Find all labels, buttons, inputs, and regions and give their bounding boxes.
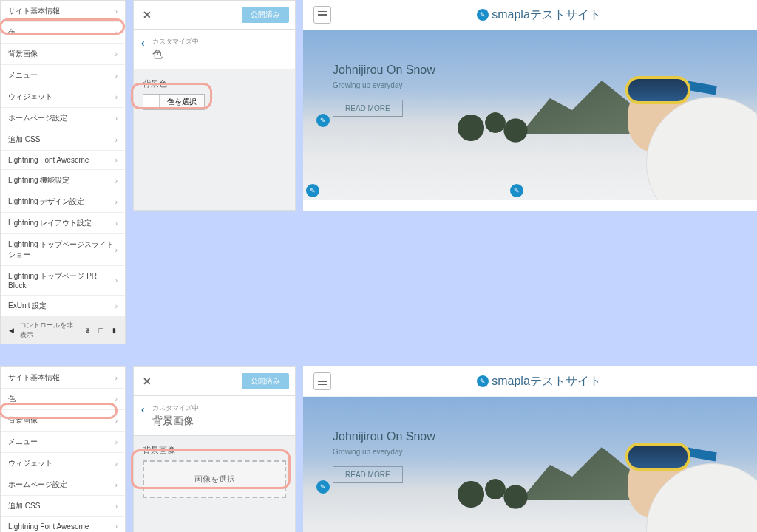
sidebar-item-design[interactable]: Lightning デザイン設定› [1, 191, 125, 213]
publish-button[interactable]: 公開済み [242, 373, 289, 389]
sidebar-item-exunit[interactable]: ExUnit 設定› [1, 296, 125, 317]
hero-title: Johnijirou On Snow [333, 64, 435, 77]
chevron-right-icon: › [115, 460, 118, 468]
site-preview: ✎ smaplaテストサイト Johnijirou On Snow Growin… [303, 366, 757, 532]
desktop-icon[interactable]: 🖥 [83, 324, 93, 336]
select-image-button[interactable]: 画像を選択 [143, 460, 286, 498]
chevron-right-icon: › [115, 50, 118, 58]
screenshot-bg-image: サイト基本情報› 色› 背景画像› メニュー› ウィジェット› ホームページ設定… [0, 366, 757, 532]
sidebar-item-color[interactable]: 色› [1, 389, 125, 410]
chevron-right-icon: › [115, 93, 118, 101]
chevron-right-icon: › [115, 481, 118, 489]
close-icon[interactable]: ✕ [140, 375, 155, 387]
sidebar-item-menu[interactable]: メニュー› [1, 432, 125, 453]
sidebar-item-menu[interactable]: メニュー› [1, 65, 125, 86]
hero-subtitle: Growing up everyday [333, 81, 435, 89]
chevron-right-icon: › [115, 395, 118, 403]
site-title: ✎ smaplaテストサイト [477, 374, 601, 389]
panel-title: 背景画像 [152, 415, 199, 428]
chevron-right-icon: › [115, 522, 118, 531]
chevron-right-icon: › [115, 156, 118, 164]
chevron-right-icon: › [115, 115, 118, 123]
bg-color-label: 背景色 [143, 78, 286, 89]
back-icon[interactable]: ‹ [141, 403, 145, 415]
pencil-icon[interactable]: ✎ [306, 184, 319, 197]
chevron-right-icon: › [115, 438, 118, 446]
chevron-right-icon: › [115, 7, 118, 16]
chevron-right-icon: › [115, 246, 118, 254]
site-title: ✎ smaplaテストサイト [477, 7, 601, 23]
site-preview: ✎ smaplaテストサイト Johnijirou On Snow Growin… [303, 0, 757, 211]
sidebar-item-fa[interactable]: Lightning Font Awesome› [1, 517, 125, 532]
pencil-icon[interactable]: ✎ [477, 375, 489, 387]
chevron-right-icon: › [115, 72, 118, 80]
chevron-right-icon: › [115, 198, 118, 206]
sidebar-item-site-info[interactable]: サイト基本情報› [1, 1, 125, 22]
hero-title: Johnijirou On Snow [333, 430, 435, 443]
sidebar: サイト基本情報› 色› 背景画像› メニュー› ウィジェット› ホームページ設定… [0, 0, 126, 344]
sidebar-item-site-info[interactable]: サイト基本情報› [1, 367, 125, 389]
sidebar-item-css[interactable]: 追加 CSS› [1, 496, 125, 517]
pencil-icon[interactable]: ✎ [477, 9, 489, 21]
close-icon[interactable]: ✕ [140, 9, 155, 21]
sidebar-item-fa[interactable]: Lightning Font Awesome› [1, 151, 125, 170]
chevron-right-icon: › [115, 276, 118, 284]
sidebar: サイト基本情報› 色› 背景画像› メニュー› ウィジェット› ホームページ設定… [0, 366, 126, 532]
sidebar-item-slideshow[interactable]: Lightning トップページスライドショー› [1, 234, 125, 266]
customizer-panel-color: ✕ 公開済み ‹ カスタマイズ中 色 背景色 色を選択 [133, 0, 296, 211]
collapse-icon[interactable]: ◀ [7, 324, 17, 336]
hide-controls-label[interactable]: コントロールを非表示 [20, 321, 77, 340]
customizing-label: カスタマイズ中 [152, 403, 199, 413]
sidebar-item-widget[interactable]: ウィジェット› [1, 86, 125, 108]
chevron-right-icon: › [115, 374, 118, 382]
chevron-right-icon: › [115, 219, 118, 228]
read-more-button[interactable]: READ MORE [333, 466, 403, 483]
tablet-icon[interactable]: ▢ [96, 324, 106, 336]
sidebar-item-homepage[interactable]: ホームページ設定› [1, 108, 125, 129]
sidebar-item-color[interactable]: 色› [1, 22, 125, 44]
sidebar-item-widget[interactable]: ウィジェット› [1, 453, 125, 474]
sidebar-item-css[interactable]: 追加 CSS› [1, 129, 125, 151]
sidebar-footer: ◀ コントロールを非表示 🖥 ▢ ▮ [1, 317, 125, 344]
select-color-button[interactable]: 色を選択 [143, 94, 205, 110]
select-color-label: 色を選択 [160, 97, 204, 107]
customizer-panel-bg-image: ✕ 公開済み ‹ カスタマイズ中 背景画像 背景画像 画像を選択 [133, 366, 296, 532]
sidebar-item-homepage[interactable]: ホームページ設定› [1, 474, 125, 496]
chevron-right-icon: › [115, 302, 118, 310]
pencil-icon[interactable]: ✎ [510, 184, 523, 197]
hero-subtitle: Growing up everyday [333, 448, 435, 456]
back-icon[interactable]: ‹ [141, 37, 145, 49]
mobile-icon[interactable]: ▮ [109, 324, 119, 336]
hamburger-icon[interactable] [313, 6, 331, 24]
sidebar-item-layout[interactable]: Lightning レイアウト設定› [1, 213, 125, 234]
sidebar-item-bg-image[interactable]: 背景画像› [1, 410, 125, 432]
publish-button[interactable]: 公開済み [242, 7, 289, 23]
chevron-right-icon: › [115, 177, 118, 185]
read-more-button[interactable]: READ MORE [333, 100, 403, 117]
hero-image: Johnijirou On Snow Growing up everyday ✎… [303, 397, 757, 532]
chevron-right-icon: › [115, 502, 118, 511]
chevron-right-icon: › [115, 29, 118, 37]
screenshot-color: サイト基本情報› 色› 背景画像› メニュー› ウィジェット› ホームページ設定… [0, 0, 757, 344]
panel-title: 色 [152, 48, 199, 61]
pencil-icon[interactable]: ✎ [316, 114, 330, 127]
sidebar-item-pr[interactable]: Lightning トップページ PR Block› [1, 266, 125, 296]
customizing-label: カスタマイズ中 [152, 37, 199, 47]
sidebar-item-func[interactable]: Lightning 機能設定› [1, 170, 125, 191]
hamburger-icon[interactable] [313, 372, 331, 390]
color-swatch [143, 95, 160, 109]
bg-image-label: 背景画像 [143, 445, 286, 456]
chevron-right-icon: › [115, 136, 118, 144]
hero-image: Johnijirou On Snow Growing up everyday ✎… [303, 30, 757, 200]
pencil-icon[interactable]: ✎ [316, 480, 330, 494]
chevron-right-icon: › [115, 417, 118, 425]
sidebar-item-bg-image[interactable]: 背景画像› [1, 44, 125, 65]
